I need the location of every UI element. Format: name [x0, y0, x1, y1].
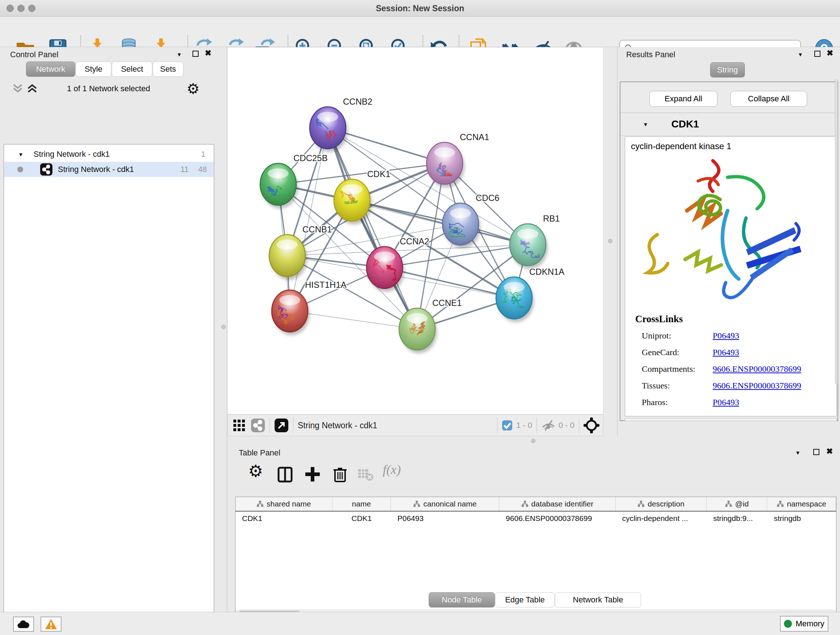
column-header-label: namespace	[787, 500, 826, 508]
collapse-all-button[interactable]: Collapse All	[730, 91, 807, 107]
network-share-icon[interactable]	[251, 418, 265, 432]
network-options-gear-icon[interactable]: ⚙	[187, 80, 200, 97]
collection-expander-icon[interactable]: ▼	[18, 151, 24, 157]
control-panel-close-icon[interactable]: ✖	[205, 49, 211, 58]
node-label-CCNB2: CCNB2	[343, 97, 372, 106]
results-panel-menu-icon[interactable]: ▼	[798, 51, 803, 57]
table-options-gear-icon[interactable]: ⚙	[248, 461, 263, 481]
memory-label: Memory	[796, 619, 824, 629]
column-header-canonicalname[interactable]: canonical name	[391, 497, 499, 511]
column-header-id[interactable]: @id	[706, 497, 767, 511]
selected-checkbox-icon[interactable]	[502, 420, 513, 431]
vertical-splitter[interactable]	[603, 47, 617, 436]
column-header-description[interactable]: description	[616, 497, 707, 511]
tab-string[interactable]: String	[710, 62, 745, 78]
node-RB1[interactable]	[510, 224, 548, 269]
table-panel-menu-icon[interactable]: ▼	[795, 450, 801, 456]
gene-detail-card: cyclin-dependent kinase 1	[625, 136, 837, 416]
results-scrollbar[interactable]	[835, 80, 838, 384]
table-panel-float-icon[interactable]	[813, 449, 819, 455]
table-panel-close-icon[interactable]: ✖	[826, 447, 833, 456]
node-label-HIST1H1A: HIST1H1A	[305, 280, 347, 290]
crosslink-link[interactable]: P06493	[713, 397, 739, 407]
edge-CCNB2-CCNE1[interactable]	[328, 128, 417, 329]
node-CCNA2[interactable]	[366, 247, 404, 292]
column-header-name[interactable]: name	[332, 497, 391, 511]
network-tree: ▼ String Network - cdk1 1 String Network…	[4, 144, 214, 635]
tab-sets[interactable]: Sets	[153, 62, 183, 77]
node-CDKN1A[interactable]	[496, 277, 534, 322]
control-panel-menu-icon[interactable]: ▼	[177, 51, 182, 57]
open-in-window-icon[interactable]	[274, 418, 289, 432]
string-results-container: Expand All Collapse All ▼ CDK1 cyclin-de…	[620, 81, 838, 421]
node-CCNE1[interactable]	[399, 308, 437, 353]
delete-column-icon[interactable]	[331, 465, 349, 484]
cloud-icon	[17, 619, 30, 629]
table-row[interactable]: CDK1CDK1P064939606.ENSP00000378699cyclin…	[235, 511, 836, 526]
results-panel-float-icon[interactable]	[814, 51, 821, 57]
left-splitter-handle[interactable]	[221, 325, 226, 329]
string-network-graph[interactable]: CCNB2CCNA1CDC25BCDK1CDC6RB1CCNB1CCNA2CDK…	[227, 48, 604, 415]
control-panel-float-icon[interactable]	[193, 51, 199, 57]
crosslinks-title: CrossLinks	[635, 314, 683, 325]
tab-node-table[interactable]: Node Table	[429, 592, 495, 608]
gene-section-header[interactable]: ▼ CDK1	[621, 112, 837, 136]
network-collection-row[interactable]: ▼ String Network - cdk1 1	[4, 147, 213, 162]
table-cell: stringdb	[767, 511, 836, 526]
expand-all-button[interactable]: Expand All	[649, 91, 717, 107]
warning-icon	[45, 619, 57, 630]
node-CDC25B[interactable]	[260, 163, 298, 209]
warnings-button[interactable]	[41, 616, 62, 632]
crosslink-link[interactable]: P06493	[713, 348, 739, 357]
column-header-namespace[interactable]: namespace	[767, 497, 836, 511]
node-HIST1H1A[interactable]	[272, 290, 309, 335]
crosslink-label: GeneCard:	[642, 348, 679, 357]
network-row[interactable]: String Network - cdk1 11 48	[4, 162, 213, 177]
node-CDK1[interactable]	[334, 179, 372, 225]
network-selection-status: 1 of 1 Network selected	[0, 84, 217, 93]
add-column-icon[interactable]	[303, 465, 322, 484]
network-label: String Network - cdk1	[58, 165, 134, 174]
node-label-CDC6: CDC6	[476, 193, 499, 203]
node-CCNA1[interactable]	[426, 142, 464, 187]
toolbar-separator	[497, 417, 497, 433]
delete-table-icon	[356, 465, 375, 484]
node-CDC6[interactable]	[442, 203, 480, 249]
tab-network[interactable]: Network	[26, 62, 75, 77]
node-CCNB1[interactable]	[269, 234, 307, 280]
crosslink-link[interactable]: 9606.ENSP00000378699	[713, 364, 801, 374]
column-header-label: @id	[735, 500, 749, 508]
node-label-RB1: RB1	[543, 214, 560, 223]
results-panel-title: Results Panel	[626, 50, 676, 59]
gene-symbol: CDK1	[671, 119, 699, 130]
edge-CDK1-RB1[interactable]	[352, 200, 528, 245]
column-header-databaseidentifier[interactable]: database identifier	[499, 497, 616, 511]
toolbar-separator	[293, 417, 294, 433]
table-cell: P06493	[391, 511, 499, 526]
network-view-toolbar: String Network - cdk1 1 - 0 0 - 0	[227, 415, 603, 436]
node-label-CCNB1: CCNB1	[302, 225, 332, 234]
results-panel-close-icon[interactable]: ✖	[827, 49, 833, 58]
memory-button[interactable]: Memory	[780, 616, 829, 632]
fit-content-crosshair-icon[interactable]	[584, 417, 600, 433]
table-header-row: shared namenamecanonical namedatabase id…	[235, 497, 836, 511]
network-view-canvas[interactable]: CCNB2CCNA1CDC25BCDK1CDC6RB1CCNB1CCNA2CDK…	[227, 47, 603, 415]
crosslink-link[interactable]: P06493	[713, 331, 739, 340]
node-label-CDK1: CDK1	[367, 169, 390, 179]
birds-eye-view-icon[interactable]	[233, 419, 246, 432]
column-header-label: name	[352, 500, 371, 508]
node-CCNB2[interactable]	[309, 107, 347, 152]
node-label-CCNE1: CCNE1	[432, 298, 462, 308]
crosslink-link[interactable]: 9606.ENSP00000378699	[713, 381, 801, 390]
gene-expander-icon[interactable]: ▼	[643, 121, 648, 127]
crosslink-label: Uniprot:	[642, 331, 671, 340]
tab-edge-table[interactable]: Edge Table	[495, 592, 554, 608]
horizontal-splitter[interactable]	[227, 436, 840, 446]
tab-style[interactable]: Style	[76, 62, 111, 77]
show-columns-icon[interactable]	[276, 465, 294, 484]
collection-label: String Network - cdk1	[34, 149, 110, 159]
tab-network-table[interactable]: Network Table	[555, 592, 641, 608]
cloud-status-button[interactable]	[13, 616, 34, 632]
column-header-sharedname[interactable]: shared name	[235, 497, 332, 511]
tab-select[interactable]: Select	[112, 62, 152, 77]
